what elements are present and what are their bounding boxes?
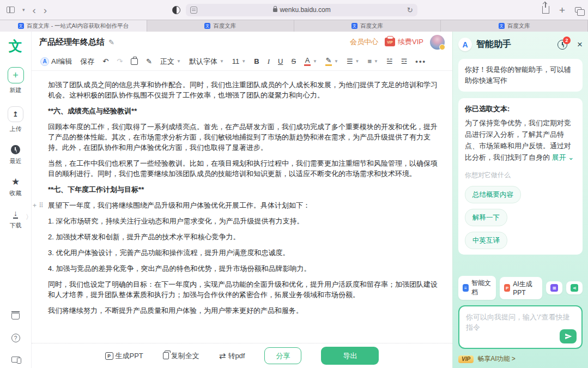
history-clock-icon[interactable]: 2 (557, 40, 567, 50)
convert-pdf-button[interactable]: ⇄ 转pdf (219, 351, 245, 361)
clear-format-button[interactable]: ✎ (146, 57, 152, 65)
ai-assistant-panel: A 智能助手 2 × 你好！我是你的智能助手，可以辅助你快速写作 你已选取文本:… (452, 32, 588, 368)
document-body[interactable]: +⠿ 加强了团队成员之间的信息共享和协作配合。同时，我们也注重团队成员的个人成长… (32, 71, 452, 343)
page-settings-icon[interactable] (190, 7, 197, 14)
paragraph[interactable]: +⠿ 2. 加强技术研发和创新，提升产品的技术水平和核心竞争力。 (48, 232, 444, 242)
share-page-icon[interactable] (542, 6, 549, 14)
selection-label: 你已选取文本: (465, 104, 576, 114)
tab-tools[interactable]: ⊞ (546, 281, 562, 294)
browser-tab[interactable]: 文 百度文库 (294, 20, 441, 32)
ai-edit-button[interactable]: A AI编辑 (40, 57, 72, 67)
tab-ai-ppt[interactable]: P AI生成PPT (500, 277, 542, 299)
browser-tab[interactable]: 文 百度文库 (147, 20, 294, 32)
copy-all-button[interactable]: 复制全文 (163, 351, 199, 361)
font-family-select[interactable]: 默认字体▼ (189, 57, 224, 67)
export-button[interactable]: 导出 (321, 347, 379, 365)
paragraph[interactable]: +⠿ **六、成绩亮点与经验教训** (48, 106, 444, 116)
help-icon[interactable]: ? (11, 334, 20, 342)
upload-icon[interactable]: ↥ (8, 106, 23, 122)
paragraph[interactable]: +⠿ 1. 深化市场研究，持续关注行业动态和用户需求变化，为产品升级提供有力支持… (48, 216, 444, 226)
selection-card: 你已选取文本: 为了保持竞争优势，我们定期对竞品进行深入分析，了解其产品特点、市… (458, 98, 583, 255)
gift-icon: VIP (385, 38, 395, 46)
close-icon[interactable]: × (577, 40, 583, 49)
numbered-list-button[interactable]: ☱ (386, 57, 393, 65)
font-size-select[interactable]: 11▼ (232, 57, 246, 65)
action-chip[interactable]: 解释一下 (465, 209, 507, 226)
document-header: 产品经理年终总结 ✎ 会员中心 VIP 续费VIP (32, 32, 452, 52)
paragraph[interactable]: +⠿ 同时，我们也设定了明确的目标：在下一年度内，实现产品功能的全面升级和优化，… (48, 279, 444, 300)
browser-toolbar: ▾ ‹ › wenku.baidu.com ↻ + (0, 0, 588, 20)
sidebar-toggle-icon[interactable] (7, 7, 15, 13)
wenku-logo[interactable]: 文 (9, 37, 22, 55)
format-painter-icon (131, 58, 138, 65)
tab-share[interactable]: ⋖ (566, 281, 583, 294)
sidebar-item-new[interactable]: + 新建 (8, 67, 24, 94)
paragraph[interactable]: +⠿ 4. 加强与竞品的差异化竞争，突出产品的特色和优势，提升市场份额和品牌影响… (48, 263, 444, 274)
paragraph[interactable]: +⠿ 我们将继续努力，不断提升产品质量和用户体验，为用户带来更好的产品和服务。 (48, 305, 444, 316)
back-icon[interactable]: ‹ (33, 5, 36, 15)
sidebar-expand-icon[interactable]: 〉 (26, 213, 32, 222)
paragraph[interactable]: +⠿ 当然，在工作中我们也积累了一些经验教训。比如，在项目规划和执行过程中，我们… (48, 158, 444, 179)
format-painter-button[interactable] (131, 58, 138, 65)
paragraph[interactable]: +⠿ **七、下年度工作计划与目标** (48, 184, 444, 195)
paragraph[interactable]: +⠿ 3. 优化用户体验设计，完善产品功能和操作流程，提升用户满意度和忠诚度。 (48, 248, 444, 258)
bold-button[interactable]: B (254, 57, 259, 65)
chevron-down-icon[interactable]: ▾ (22, 7, 25, 13)
share-button[interactable]: 分享 (264, 347, 301, 364)
action-chip[interactable]: 总结概要内容 (465, 186, 521, 203)
paragraph-text: 展望下一年度，我们将继续围绕产品升级和用户体验优化开展工作。具体计划如下： (48, 201, 310, 209)
sidebar-item-downloads[interactable]: ↓ 下载 (10, 209, 22, 230)
browser-tab[interactable]: 文 百度文库 - 一站式AI内容获取和创作平台 (0, 20, 147, 32)
plus-icon[interactable]: + (8, 67, 24, 83)
vip-banner[interactable]: VIP 畅享AI功能 > (458, 354, 583, 364)
assistant-input[interactable]: 你可以向我提问，输入'/'查看快捷指令 (458, 305, 583, 349)
address-bar[interactable]: wenku.baidu.com ↻ (186, 4, 417, 16)
browser-tab[interactable]: 文 百度文库 (441, 20, 588, 32)
trash-icon[interactable] (11, 313, 20, 319)
underline-button[interactable]: U (278, 57, 283, 65)
assistant-logo-icon: A (458, 38, 472, 51)
send-button[interactable] (560, 329, 577, 343)
paragraph[interactable]: +⠿ 加强了团队成员之间的信息共享和协作配合。同时，我们也注重团队成员的个人成长… (48, 80, 444, 100)
member-center-link[interactable]: 会员中心 (350, 37, 378, 47)
greeting-text: 你好！我是你的智能助手，可以辅助你快速写作 (465, 65, 571, 85)
sidebar-item-favorites[interactable]: ★ 收藏 (10, 177, 22, 197)
action-chip[interactable]: 中英互译 (465, 232, 507, 249)
tab-smart-doc[interactable]: ≡ 智能文档 (458, 276, 496, 300)
expand-link[interactable]: 展开 ⌄ (552, 153, 574, 161)
highlight-color-button[interactable]: ✎▼ (325, 57, 338, 66)
url-text: wenku.baidu.com (280, 6, 330, 14)
paragraph-text: 当然，在工作中我们也积累了一些经验教训。比如，在项目规划和执行过程中，我们需要更… (48, 159, 438, 178)
wenku-favicon: 文 (499, 23, 505, 29)
new-tab-icon[interactable]: + (559, 5, 565, 15)
more-tools-button[interactable]: ••• (415, 57, 426, 65)
block-handle[interactable]: +⠿ (33, 201, 44, 211)
document-area: 产品经理年终总结 ✎ 会员中心 VIP 续费VIP A AI编辑 保存 ↶ ↷ … (32, 32, 452, 368)
sidebar-item-upload[interactable]: ↥ 上传 (8, 106, 23, 133)
line-spacing-icon: ≡ (368, 57, 372, 65)
strikethrough-button[interactable]: S (291, 57, 296, 65)
undo-button[interactable]: ↶ (102, 57, 108, 65)
forward-icon[interactable]: › (44, 5, 47, 15)
italic-button[interactable]: I (268, 57, 270, 66)
privacy-shield-icon[interactable] (172, 6, 180, 14)
renew-vip-link[interactable]: VIP 续费VIP (385, 37, 423, 47)
redo-button[interactable]: ↷ (117, 57, 123, 65)
line-spacing-button[interactable]: ≡▼ (368, 57, 379, 65)
font-color-button[interactable]: A▼ (304, 57, 317, 66)
bullet-list-button[interactable]: ☲ (401, 57, 408, 65)
clock-icon (11, 145, 20, 154)
edit-title-icon[interactable]: ✎ (108, 38, 114, 46)
align-button[interactable]: ☰▼ (347, 57, 360, 65)
sidebar-item-recent[interactable]: 最近 (10, 145, 22, 165)
reload-icon[interactable]: ↻ (407, 6, 413, 14)
save-button[interactable]: 保存 (80, 57, 94, 67)
avatar[interactable] (430, 35, 445, 50)
paragraph[interactable]: +⠿ 回顾本年度的工作，我们取得了一系列成绩亮点。首先，在产品研发方面，我们成功… (48, 122, 444, 153)
paragraph[interactable]: +⠿ 展望下一年度，我们将继续围绕产品升级和用户体验优化开展工作。具体计划如下： (48, 200, 444, 210)
tab-overview-icon[interactable] (575, 7, 581, 13)
generate-ppt-button[interactable]: P 生成PPT (105, 351, 143, 361)
paragraph-style-select[interactable]: 正文▼ (160, 57, 181, 67)
devices-icon[interactable] (11, 357, 20, 363)
copy-icon (163, 352, 169, 359)
